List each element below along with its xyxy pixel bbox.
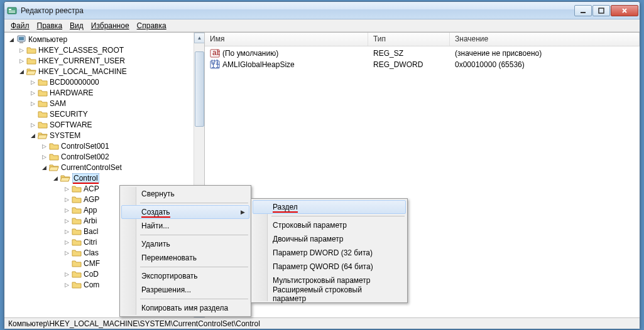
expand-icon[interactable]: ▷ bbox=[63, 217, 70, 224]
expand-icon[interactable]: ▷ bbox=[30, 100, 36, 107]
ctx-new-binary[interactable]: Двоичный параметр bbox=[253, 232, 406, 246]
tree-hkcr[interactable]: ▷ HKEY_CLASSES_ROOT bbox=[7, 45, 204, 55]
minimize-button[interactable] bbox=[574, 5, 592, 16]
col-value[interactable]: Значение bbox=[450, 33, 640, 46]
scroll-thumb[interactable] bbox=[195, 51, 204, 127]
folder-icon bbox=[72, 206, 82, 215]
expand-icon[interactable]: ◢ bbox=[41, 164, 48, 171]
separator bbox=[271, 216, 405, 216]
window-title: Редактор реестра bbox=[21, 6, 574, 15]
expand-icon[interactable]: ▷ bbox=[30, 121, 36, 128]
ctx-delete[interactable]: Удалить bbox=[121, 237, 249, 251]
ctx-new-dword[interactable]: Параметр DWORD (32 бита) bbox=[253, 246, 406, 260]
tree-hkcu[interactable]: ▷ HKEY_CURRENT_USER bbox=[7, 55, 204, 66]
svg-rect-8 bbox=[19, 42, 23, 43]
tree-security[interactable]: SECURITY bbox=[7, 109, 204, 119]
menu-favorites[interactable]: Избранное bbox=[87, 20, 133, 31]
ctx-export[interactable]: Экспортировать bbox=[121, 269, 249, 283]
tree-bcd[interactable]: ▷BCD00000000 bbox=[7, 77, 204, 87]
ctx-new-key[interactable]: Раздел bbox=[253, 200, 406, 214]
tree-label: Компьютер bbox=[28, 35, 67, 44]
expand-icon[interactable]: ◢ bbox=[52, 174, 59, 181]
svg-rect-3 bbox=[9, 12, 15, 13]
folder-icon bbox=[72, 259, 82, 268]
submenu-arrow-icon: ▶ bbox=[241, 209, 245, 215]
tree-label: Bacl bbox=[84, 227, 98, 236]
tree-label: Com bbox=[84, 280, 99, 289]
expand-icon[interactable]: ◢ bbox=[18, 68, 25, 75]
ctx-create[interactable]: Создать▶ bbox=[121, 205, 249, 219]
folder-open-icon bbox=[26, 67, 36, 76]
ctx-collapse[interactable]: Свернуть bbox=[121, 187, 249, 201]
maximize-button[interactable] bbox=[592, 5, 610, 16]
value-type: REG_SZ bbox=[368, 49, 450, 58]
scroll-up-icon[interactable]: ▲ bbox=[194, 33, 205, 43]
svg-text:ab: ab bbox=[212, 48, 220, 57]
col-type[interactable]: Тип bbox=[368, 33, 450, 46]
list-row[interactable]: 011110AMLIGlobalHeapSize REG_DWORD 0x000… bbox=[205, 59, 640, 70]
tree-control[interactable]: ◢Control bbox=[7, 173, 204, 183]
expand-icon[interactable]: ◢ bbox=[8, 36, 15, 43]
menu-edit[interactable]: Правка bbox=[33, 20, 67, 31]
folder-icon bbox=[72, 195, 82, 204]
expand-icon[interactable]: ▷ bbox=[63, 228, 70, 235]
titlebar[interactable]: Редактор реестра bbox=[4, 2, 640, 19]
ctx-new-expandstring[interactable]: Расширяемый строковый параметр bbox=[253, 287, 406, 301]
expand-icon[interactable]: ▷ bbox=[63, 270, 70, 277]
expand-icon[interactable]: ▷ bbox=[18, 46, 25, 53]
expand-icon[interactable]: ◢ bbox=[30, 132, 36, 139]
tree-label: HKEY_CLASSES_ROOT bbox=[38, 46, 124, 55]
tree-cs001[interactable]: ▷ControlSet001 bbox=[7, 141, 204, 151]
menu-file[interactable]: Файл bbox=[7, 20, 33, 31]
tree-label: SOFTWARE bbox=[50, 120, 92, 129]
tree-ccs[interactable]: ◢CurrentControlSet bbox=[7, 162, 204, 173]
ctx-permissions[interactable]: Разрешения... bbox=[121, 283, 249, 297]
tree-hardware[interactable]: ▷HARDWARE bbox=[7, 87, 204, 98]
folder-icon bbox=[72, 248, 82, 257]
folder-icon bbox=[38, 120, 48, 129]
tree-cs002[interactable]: ▷ControlSet002 bbox=[7, 151, 204, 162]
svg-rect-4 bbox=[581, 12, 586, 13]
ctx-rename[interactable]: Переименовать bbox=[121, 251, 249, 265]
close-button[interactable] bbox=[611, 5, 638, 16]
expand-icon[interactable]: ▷ bbox=[63, 249, 70, 256]
folder-icon bbox=[38, 99, 48, 108]
svg-rect-1 bbox=[9, 9, 11, 10]
ctx-new-string[interactable]: Строковый параметр bbox=[253, 218, 406, 232]
expand-icon[interactable]: ▷ bbox=[63, 238, 70, 245]
ctx-copy-key-name[interactable]: Копировать имя раздела bbox=[121, 301, 249, 315]
tree-hklm[interactable]: ◢ HKEY_LOCAL_MACHINE bbox=[7, 66, 204, 77]
tree-computer[interactable]: ◢ Компьютер bbox=[7, 34, 204, 45]
expand-icon[interactable]: ▷ bbox=[41, 142, 48, 149]
folder-icon bbox=[72, 216, 82, 225]
tree-label: HKEY_LOCAL_MACHINE bbox=[38, 67, 127, 76]
col-name[interactable]: Имя bbox=[205, 33, 368, 46]
folder-icon bbox=[49, 142, 59, 151]
svg-rect-2 bbox=[9, 11, 15, 11]
expand-icon[interactable]: ▷ bbox=[63, 185, 70, 192]
tree-sam[interactable]: ▷SAM bbox=[7, 98, 204, 109]
expand-icon[interactable]: ▷ bbox=[30, 78, 36, 85]
expand-icon[interactable]: ▷ bbox=[63, 196, 70, 203]
expand-icon[interactable]: ▷ bbox=[63, 206, 70, 213]
context-menu-key: Свернуть Создать▶ Найти... Удалить Переи… bbox=[119, 185, 251, 317]
ctx-find[interactable]: Найти... bbox=[121, 219, 249, 233]
expand-icon[interactable]: ▷ bbox=[63, 281, 70, 288]
menu-help[interactable]: Справка bbox=[133, 20, 170, 31]
expand-icon[interactable]: ▷ bbox=[41, 153, 48, 160]
expand-icon[interactable]: ▷ bbox=[18, 57, 25, 64]
computer-icon bbox=[16, 35, 26, 45]
tree-system[interactable]: ◢SYSTEM bbox=[7, 130, 204, 141]
separator bbox=[140, 203, 248, 203]
ctx-new-qword[interactable]: Параметр QWORD (64 бита) bbox=[253, 260, 406, 274]
folder-icon bbox=[72, 227, 82, 236]
tree-label: CurrentControlSet bbox=[61, 163, 122, 172]
tree-label: CoD bbox=[84, 270, 99, 279]
tree-label: ControlSet002 bbox=[61, 152, 109, 161]
expand-icon[interactable]: ▷ bbox=[30, 89, 36, 96]
tree-label: Clas bbox=[84, 248, 99, 257]
svg-rect-5 bbox=[599, 8, 604, 13]
list-row[interactable]: ab(По умолчанию) REG_SZ (значение не при… bbox=[205, 48, 640, 59]
menu-view[interactable]: Вид bbox=[66, 20, 87, 31]
tree-software[interactable]: ▷SOFTWARE bbox=[7, 119, 204, 130]
